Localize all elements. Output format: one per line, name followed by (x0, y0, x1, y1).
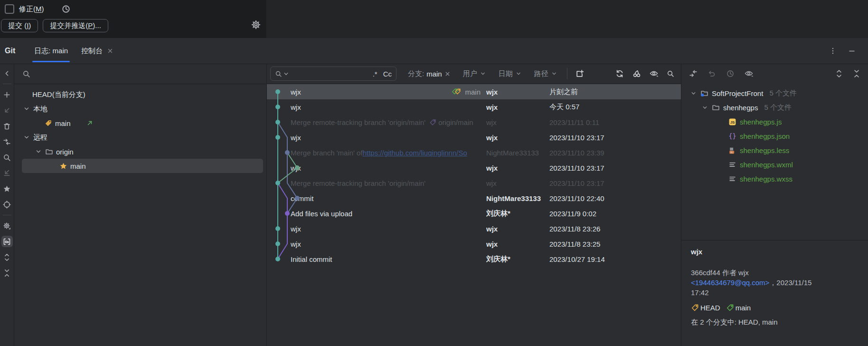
changed-files-icon[interactable] (1, 236, 13, 247)
collapse-all-icon[interactable] (1, 267, 13, 279)
checkout-icon[interactable] (1, 167, 13, 179)
tab-console[interactable]: 控制台 (75, 38, 120, 64)
branch-search-field[interactable] (14, 64, 266, 84)
commit-date: 2023/11/8 23:26 (549, 225, 681, 233)
commit-author: 刘庆林* (486, 255, 549, 264)
search-history-caret-icon[interactable] (283, 70, 290, 77)
commit-author: 刘庆林* (486, 209, 549, 218)
fetch-icon[interactable] (1, 136, 13, 147)
new-log-tab-icon[interactable] (575, 69, 584, 78)
commit-row[interactable]: commit NightMare33133 2023/11/10 22:40 (267, 191, 681, 206)
user-filter[interactable]: 用户 (463, 69, 486, 78)
settings-icon[interactable] (1, 220, 13, 231)
jump-to-source-icon[interactable] (689, 69, 698, 78)
path-filter[interactable]: 路径 (534, 69, 557, 78)
search-icon[interactable] (1, 152, 13, 163)
commit-row[interactable]: wjx wjx 今天 0:57 (267, 99, 681, 115)
navigate-to-icon[interactable] (1, 199, 13, 210)
expand-all-icon[interactable] (1, 251, 13, 263)
commit-author: wjx (486, 240, 549, 248)
text-file-icon (728, 161, 736, 169)
amend-label[interactable]: 修正(M) (19, 5, 44, 14)
close-tab-icon[interactable] (107, 48, 113, 54)
search-commits-icon[interactable] (667, 70, 674, 77)
commit-row[interactable]: wjx wjx 2023/11/10 23:17 (267, 130, 681, 145)
commit-link[interactable]: https://github.com/liuqinglinnn/So (363, 149, 467, 157)
history-icon[interactable] (726, 69, 735, 78)
add-icon[interactable] (1, 89, 13, 100)
favorites-icon[interactable] (1, 183, 13, 194)
tool-window-header: Git 日志: main 控制台 (0, 38, 868, 64)
eye-options-icon[interactable] (650, 69, 658, 78)
commit-date: 2023/11/10 23:17 (549, 179, 681, 187)
commit-message: wjx (291, 164, 486, 172)
tree-item-origin-main[interactable]: main (22, 159, 263, 173)
commit-row[interactable]: Merge branch 'main' of https://github.co… (267, 145, 681, 160)
chevron-down-icon[interactable] (23, 105, 30, 113)
branch-filter[interactable]: 分支: main (408, 69, 451, 78)
view-options-icon[interactable] (745, 69, 753, 78)
log-toolbar: .* Cc 分支: main 用户 日期 (267, 64, 681, 84)
commit-author: wjx (486, 103, 549, 111)
match-case-toggle[interactable]: Cc (383, 70, 392, 78)
commit-row[interactable]: Merge remote-tracking branch 'origin/mai… (267, 115, 681, 130)
json-file-icon: {} (728, 132, 736, 140)
amend-checkbox[interactable] (5, 4, 14, 14)
chevron-down-icon[interactable] (701, 104, 708, 111)
update-icon[interactable] (1, 105, 13, 116)
tree-group-local[interactable]: 本地 (14, 102, 266, 116)
chevron-down-icon[interactable] (690, 90, 697, 97)
commit-and-push-button[interactable]: 提交并推送(P)... (43, 19, 108, 32)
svg-text:{}: {} (729, 133, 736, 140)
project-folder-icon (700, 89, 708, 97)
containing-branches: 在 2 个分支中: HEAD, main (691, 318, 859, 327)
delete-icon[interactable] (1, 120, 13, 132)
folder-row[interactable]: SoftProjectFront5 个文件 (681, 86, 868, 100)
minimize-icon[interactable] (848, 47, 856, 55)
tree-group-remote[interactable]: 远程 (14, 130, 266, 144)
commit-row[interactable]: wjx wjx 2023/11/8 23:26 (267, 221, 681, 236)
search-icon (22, 70, 30, 78)
chevron-down-icon[interactable] (35, 148, 42, 155)
file-row[interactable]: (L)shenhegps.less (681, 143, 868, 157)
file-row[interactable]: shenhegps.wxss (681, 172, 868, 186)
regex-toggle[interactable]: .* (373, 70, 377, 78)
file-row[interactable]: {}shenhegps.json (681, 129, 868, 143)
tree-item-local-main[interactable]: main (14, 116, 266, 130)
commit-date: 2023/11/10 23:17 (549, 134, 681, 142)
refresh-icon[interactable] (615, 69, 624, 78)
commit-row[interactable]: wjx wjx 2023/11/10 23:17 (267, 160, 681, 175)
commit-settings-gear-icon[interactable] (251, 19, 261, 30)
commit-row[interactable]: Add files via upload 刘庆林* 2023/11/9 0:02 (267, 206, 681, 221)
date-filter[interactable]: 日期 (499, 69, 522, 78)
text-file-icon (728, 175, 736, 183)
cherry-pick-icon[interactable] (632, 69, 641, 78)
folder-row[interactable]: shenhegps5 个文件 (681, 100, 868, 115)
commit-author: NightMare33133 (486, 194, 549, 202)
commit-history-icon[interactable] (61, 4, 71, 14)
commit-date: 今天 0:57 (549, 103, 681, 112)
author-email-link[interactable]: <1944634679@qq.com> (691, 279, 769, 287)
collapse-all-icon[interactable] (852, 69, 861, 78)
commit-row[interactable]: Merge remote-tracking branch 'origin/mai… (267, 175, 681, 191)
rollback-icon[interactable] (708, 69, 716, 78)
tab-log-main[interactable]: 日志: main (28, 38, 75, 64)
commit-row[interactable]: Initial commit 刘庆林* 2023/10/27 19:14 (267, 251, 681, 267)
commit-row[interactable]: wjx wjx 2023/11/8 23:25 (267, 236, 681, 251)
more-options-icon[interactable] (829, 47, 837, 55)
expand-all-icon[interactable] (835, 69, 843, 78)
commit-date: 2023/11/10 23:39 (549, 149, 681, 157)
commit-button[interactable]: 提交 (I) (1, 19, 38, 32)
chevron-down-icon (551, 70, 557, 77)
commit-row[interactable]: wjxmain wjx 片刻之前 (267, 84, 681, 99)
file-row[interactable]: shenhegps.wxml (681, 157, 868, 172)
clear-filter-icon[interactable] (444, 71, 451, 77)
search-icon (275, 70, 282, 77)
tree-item-origin[interactable]: origin (14, 144, 266, 159)
commit-search-input[interactable]: .* Cc (270, 67, 396, 81)
tree-item-head[interactable]: HEAD(当前分支) (14, 87, 266, 102)
chevron-down-icon[interactable] (23, 134, 30, 141)
hide-panel-icon[interactable] (1, 67, 13, 79)
branch-tags-icon (451, 88, 462, 96)
file-row[interactable]: JSshenhegps.js (681, 115, 868, 129)
